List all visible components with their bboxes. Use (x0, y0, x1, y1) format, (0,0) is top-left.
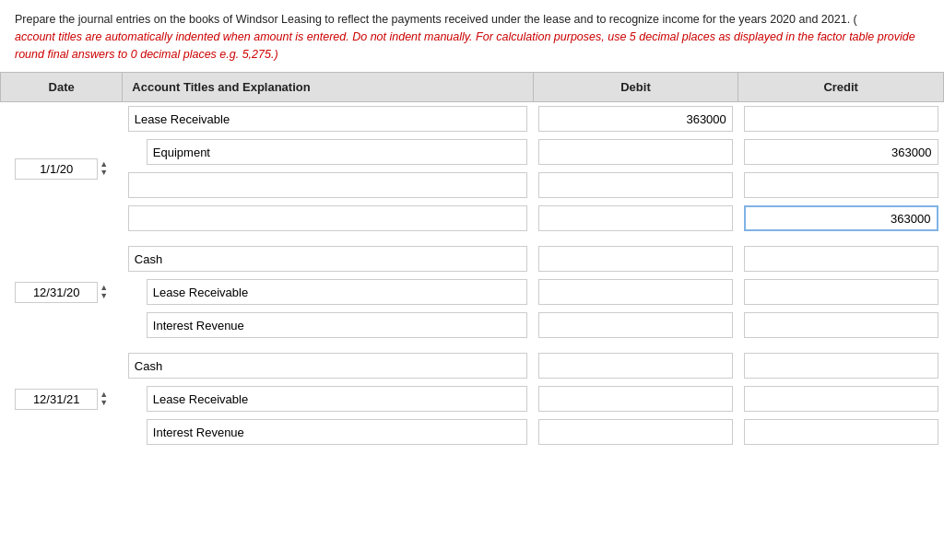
account-input-1-2[interactable] (147, 139, 527, 165)
instructions-block: Prepare the journal entries on the books… (0, 0, 944, 72)
account-cell-1-2 (123, 135, 533, 169)
account-input-2-3[interactable] (147, 312, 527, 338)
credit-cell-3-2 (738, 382, 944, 415)
table-row (1, 275, 944, 309)
credit-input-1-3[interactable] (744, 172, 938, 198)
date-select-3[interactable]: 12/31/21 (15, 389, 98, 410)
credit-cell-2-3 (738, 309, 944, 342)
date-select-wrapper-2[interactable]: 12/31/20 ▲▼ (6, 282, 117, 303)
date-select-2[interactable]: 12/31/20 (15, 282, 98, 303)
instruction-line1: Prepare the journal entries on the books… (15, 13, 857, 26)
date-arrows-2: ▲▼ (100, 284, 108, 300)
credit-input-1-1[interactable] (744, 106, 938, 132)
account-cell-3-3 (123, 415, 533, 449)
account-input-3-2[interactable] (147, 386, 527, 412)
credit-input-2-1[interactable] (744, 246, 938, 272)
account-cell-1-1 (123, 102, 533, 136)
debit-input-1-4[interactable] (538, 205, 733, 231)
date-arrows-3: ▲▼ (100, 391, 108, 407)
credit-input-1-2[interactable] (744, 139, 938, 165)
debit-input-2-2[interactable] (538, 279, 733, 305)
instruction-line3: round final answers to 0 decimal places … (15, 48, 278, 61)
header-account: Account Titles and Explanation (123, 73, 533, 102)
credit-input-3-2[interactable] (744, 386, 938, 412)
date-select-1[interactable]: 1/1/20 (15, 158, 98, 180)
credit-input-2-3[interactable] (744, 312, 938, 338)
account-cell-1-4 (123, 202, 533, 235)
date-select-wrapper-3[interactable]: 12/31/21 ▲▼ (6, 389, 117, 410)
credit-input-3-1[interactable] (744, 353, 938, 379)
debit-cell-1-3 (533, 169, 738, 202)
debit-cell-3-2 (533, 382, 738, 415)
instruction-line2: account titles are automatically indente… (15, 30, 915, 43)
credit-cell-1-1 (738, 102, 944, 136)
account-cell-2-1 (123, 242, 533, 275)
account-input-3-3[interactable] (147, 419, 527, 445)
credit-cell-1-4 (738, 202, 944, 235)
account-cell-2-2 (123, 275, 533, 309)
account-cell-3-1 (123, 349, 533, 382)
debit-input-3-1[interactable] (538, 353, 733, 379)
account-input-2-2[interactable] (147, 279, 527, 305)
debit-input-2-3[interactable] (538, 312, 733, 338)
account-cell-1-3 (123, 169, 533, 202)
credit-input-1-4[interactable] (744, 205, 938, 231)
debit-cell-1-2 (533, 135, 738, 169)
debit-cell-1-1 (533, 102, 738, 136)
table-row: 1/1/20 ▲▼ (1, 102, 944, 136)
account-input-1-1[interactable] (128, 106, 527, 132)
debit-cell-3-3 (533, 415, 738, 449)
table-row (1, 309, 944, 342)
account-cell-3-2 (123, 382, 533, 415)
spacer-row (1, 342, 944, 349)
debit-input-3-2[interactable] (538, 386, 733, 412)
account-input-1-3[interactable] (128, 172, 527, 198)
debit-cell-1-4 (533, 202, 738, 235)
credit-cell-1-3 (738, 169, 944, 202)
account-input-3-1[interactable] (128, 353, 527, 379)
date-arrows-1: ▲▼ (100, 160, 108, 177)
table-row (1, 202, 944, 235)
table-row (1, 382, 944, 415)
date-select-wrapper-1[interactable]: 1/1/20 ▲▼ (6, 158, 117, 180)
debit-cell-3-1 (533, 349, 738, 382)
debit-cell-2-2 (533, 275, 738, 309)
table-row: 12/31/20 ▲▼ (1, 242, 944, 275)
credit-cell-3-1 (738, 349, 944, 382)
credit-cell-2-1 (738, 242, 944, 275)
debit-cell-2-3 (533, 309, 738, 342)
debit-input-1-2[interactable] (538, 139, 733, 165)
debit-input-1-1[interactable] (538, 106, 733, 132)
table-row (1, 135, 944, 169)
account-input-1-4[interactable] (128, 205, 527, 231)
credit-input-2-2[interactable] (744, 279, 938, 305)
account-input-2-1[interactable] (128, 246, 527, 272)
table-row: 12/31/21 ▲▼ (1, 349, 944, 382)
debit-input-3-3[interactable] (538, 419, 733, 445)
debit-cell-2-1 (533, 242, 738, 275)
credit-cell-2-2 (738, 275, 944, 309)
journal-table: Date Account Titles and Explanation Debi… (0, 72, 944, 449)
header-credit: Credit (738, 73, 944, 102)
account-cell-2-3 (123, 309, 533, 342)
debit-input-1-3[interactable] (538, 172, 733, 198)
header-date: Date (1, 73, 123, 102)
debit-input-2-1[interactable] (538, 246, 733, 272)
credit-input-3-3[interactable] (744, 419, 938, 445)
credit-cell-1-2 (738, 135, 944, 169)
header-debit: Debit (533, 73, 738, 102)
credit-cell-3-3 (738, 415, 944, 449)
spacer-row (1, 235, 944, 242)
table-row (1, 169, 944, 202)
table-row (1, 415, 944, 449)
